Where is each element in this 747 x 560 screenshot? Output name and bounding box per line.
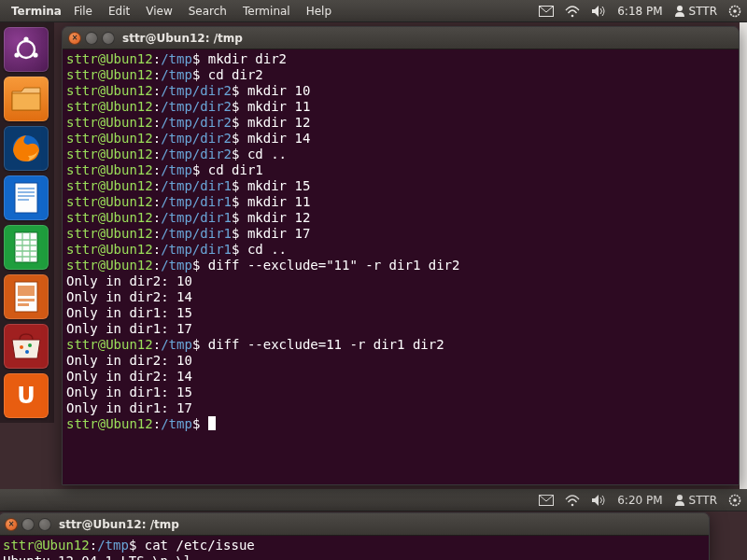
background-edge	[740, 22, 747, 489]
gear-icon[interactable]	[728, 5, 741, 18]
maximize-button[interactable]	[102, 32, 115, 45]
launcher-dash[interactable]	[4, 27, 49, 72]
user-menu[interactable]: STTR	[674, 5, 717, 18]
svg-point-23	[25, 350, 29, 354]
svg-rect-9	[12, 93, 40, 110]
folder-icon	[10, 86, 42, 112]
firefox-icon	[9, 132, 43, 165]
sound-icon[interactable]	[591, 5, 606, 18]
top-panel: Termina File Edit View Search Terminal H…	[0, 0, 747, 22]
window-buttons: ×	[5, 518, 51, 531]
user-name: STTR	[689, 5, 717, 18]
launcher-ubuntu-one[interactable]: U	[4, 373, 49, 418]
svg-rect-16	[15, 232, 37, 262]
system-tray: 6:18 PM STTR	[539, 5, 741, 18]
svg-point-7	[14, 52, 19, 57]
network-icon[interactable]	[565, 494, 580, 507]
titlebar[interactable]: × sttr@Ubun12: /tmp	[63, 27, 739, 49]
minimize-button[interactable]	[85, 32, 98, 45]
svg-rect-11	[15, 183, 37, 213]
menu-view[interactable]: View	[139, 3, 178, 20]
svg-point-28	[733, 498, 737, 502]
clock[interactable]: 6:20 PM	[617, 494, 662, 507]
gear-icon[interactable]	[728, 494, 741, 507]
mail-icon[interactable]	[539, 6, 554, 17]
top-panel-2: 6:20 PM STTR	[0, 489, 747, 511]
system-tray-2: 6:20 PM STTR	[539, 494, 741, 507]
svg-rect-14	[18, 195, 35, 197]
svg-point-21	[20, 345, 23, 349]
maximize-button[interactable]	[38, 518, 51, 531]
menu-search[interactable]: Search	[182, 3, 233, 20]
user-menu[interactable]: STTR	[674, 494, 717, 507]
window-title: sttr@Ubun12: /tmp	[59, 518, 179, 531]
svg-point-26	[677, 495, 683, 500]
user-icon	[674, 5, 685, 17]
terminal-window-1[interactable]: × sttr@Ubun12: /tmp sttr@Ubun12:/tmp$ mk…	[62, 26, 740, 485]
window-buttons: ×	[68, 32, 115, 45]
active-app-label: Termina	[6, 3, 67, 20]
menu-edit[interactable]: Edit	[102, 3, 136, 20]
svg-point-4	[733, 9, 737, 13]
svg-point-2	[677, 6, 683, 11]
svg-point-8	[33, 52, 37, 57]
terminal-output[interactable]: sttr@Ubun12:/tmp$ cat /etc/issueUbuntu 1…	[0, 536, 709, 560]
launcher-software-center[interactable]	[4, 324, 49, 369]
svg-rect-18	[18, 286, 35, 296]
svg-rect-19	[18, 299, 35, 301]
close-button[interactable]: ×	[68, 32, 81, 45]
menu-help[interactable]: Help	[300, 3, 338, 20]
document-icon	[12, 181, 40, 215]
terminal-output[interactable]: sttr@Ubun12:/tmp$ mkdir dir2sttr@Ubun12:…	[63, 49, 739, 484]
minimize-button[interactable]	[21, 518, 35, 531]
svg-rect-20	[18, 303, 29, 306]
launcher-writer[interactable]	[4, 175, 49, 220]
svg-rect-15	[18, 199, 29, 201]
ubuntu-logo-icon	[12, 35, 40, 63]
launcher-files[interactable]	[4, 77, 49, 121]
user-icon	[674, 494, 685, 506]
svg-point-25	[571, 503, 574, 506]
terminal-window-2[interactable]: × sttr@Ubun12: /tmp sttr@Ubun12:/tmp$ ca…	[0, 512, 710, 560]
clock[interactable]: 6:18 PM	[617, 5, 662, 18]
presentation-icon	[12, 280, 40, 314]
mail-icon[interactable]	[539, 495, 554, 506]
svg-rect-12	[18, 188, 35, 189]
launcher-firefox[interactable]	[4, 126, 49, 171]
spreadsheet-icon	[12, 231, 40, 264]
svg-rect-13	[18, 191, 35, 193]
unity-launcher: U	[0, 22, 54, 423]
ubuntu-one-glyph: U	[17, 383, 35, 409]
svg-point-5	[18, 41, 35, 58]
menu-terminal[interactable]: Terminal	[236, 3, 297, 20]
bag-icon	[8, 332, 44, 360]
network-icon[interactable]	[565, 5, 580, 18]
titlebar[interactable]: × sttr@Ubun12: /tmp	[0, 513, 709, 536]
launcher-calc[interactable]	[4, 225, 49, 270]
launcher-impress[interactable]	[4, 274, 49, 319]
svg-point-22	[28, 343, 32, 347]
svg-point-6	[23, 36, 28, 41]
svg-point-1	[571, 14, 574, 17]
sound-icon[interactable]	[591, 494, 606, 507]
app-menubar: File Edit View Search Terminal Help	[67, 3, 338, 20]
user-name: STTR	[689, 494, 717, 507]
menu-file[interactable]: File	[67, 3, 99, 20]
close-button[interactable]: ×	[5, 518, 18, 531]
window-title: sttr@Ubun12: /tmp	[122, 32, 243, 45]
